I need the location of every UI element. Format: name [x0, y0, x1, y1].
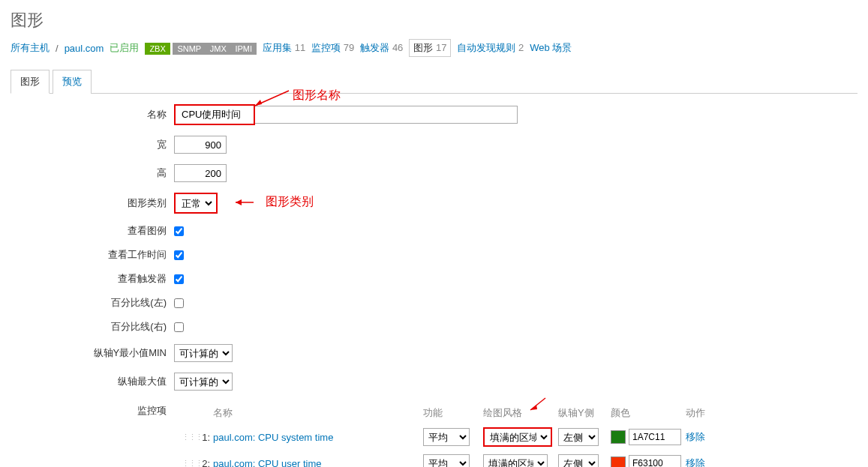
side-select[interactable]: 左侧: [558, 428, 599, 446]
annotation-name: 图形名称: [293, 88, 341, 103]
ymax-select[interactable]: 可计算的: [174, 373, 233, 391]
color-input[interactable]: [629, 429, 681, 445]
worktime-checkbox[interactable]: [174, 250, 184, 260]
width-input[interactable]: [174, 136, 227, 154]
ymin-label: 纵轴Y最小值MIN: [11, 346, 174, 360]
item-name-link[interactable]: paul.com: CPU user time: [213, 458, 322, 468]
style-select[interactable]: 填满的区域: [483, 454, 548, 467]
style-select[interactable]: 填满的区域: [485, 430, 550, 445]
tab-graph[interactable]: 图形: [11, 70, 50, 94]
width-label: 宽: [11, 138, 174, 151]
name-input-ext[interactable]: [255, 106, 518, 124]
col-name: 名称: [213, 406, 423, 420]
tab-preview[interactable]: 预览: [53, 70, 92, 94]
nav-discovery[interactable]: 自动发现规则: [457, 42, 515, 53]
height-input[interactable]: [174, 164, 227, 182]
badge-snmp: SNMP: [173, 43, 206, 55]
drag-handle-icon[interactable]: ⋮⋮⋮: [182, 433, 198, 442]
arrow-icon: [251, 89, 293, 110]
badge-ipmi: IPMI: [230, 43, 257, 55]
nav-graphs-current: 图形 17: [409, 39, 451, 57]
annotation-type: 图形类别: [266, 194, 314, 210]
pl-right-checkbox[interactable]: [174, 322, 184, 332]
bc-all-hosts[interactable]: 所有主机: [11, 41, 50, 55]
nav-discovery-count: 2: [518, 42, 524, 53]
drag-handle-icon[interactable]: ⋮⋮⋮: [182, 459, 198, 468]
table-row: ⋮⋮⋮ 2: paul.com: CPU user time 平均 填满的区域 …: [182, 451, 722, 467]
func-select[interactable]: 平均: [423, 454, 470, 467]
bc-enabled: 已启用: [110, 41, 139, 55]
type-label: 图形类别: [11, 196, 174, 210]
svg-marker-3: [236, 199, 242, 205]
pl-left-label: 百分比线(左): [11, 296, 174, 310]
color-input[interactable]: [629, 455, 681, 467]
worktime-label: 查看工作时间: [11, 248, 174, 262]
func-select[interactable]: 平均: [423, 428, 470, 446]
triggers-checkbox[interactable]: [174, 274, 184, 284]
nav-items[interactable]: 监控项: [311, 42, 341, 53]
pl-right-label: 百分比线(右): [11, 320, 174, 334]
height-label: 高: [11, 166, 174, 180]
items-label: 监控项: [11, 401, 174, 418]
name-input[interactable]: [177, 107, 252, 122]
nav-triggers[interactable]: 触发器: [360, 42, 389, 53]
color-swatch[interactable]: [611, 430, 626, 444]
nav-items-count: 79: [344, 42, 354, 53]
svg-marker-1: [255, 100, 262, 106]
badge-jmx: JMX: [206, 43, 231, 55]
arrow-icon: [527, 397, 549, 415]
nav-web[interactable]: Web 场景: [530, 41, 572, 55]
item-name-link[interactable]: paul.com: CPU system time: [213, 432, 333, 443]
bc-sep: /: [56, 43, 59, 54]
remove-link[interactable]: 移除: [686, 457, 705, 467]
arrow-icon: [233, 196, 255, 209]
table-row: ⋮⋮⋮ 1: paul.com: CPU system time 平均 填满的区…: [182, 424, 722, 451]
ymin-select[interactable]: 可计算的: [174, 344, 233, 362]
col-action: 动作: [686, 406, 716, 420]
tabs: 图形 预览: [11, 69, 857, 94]
nav-apps[interactable]: 应用集: [263, 42, 292, 53]
badge-zbx: ZBX: [145, 43, 170, 55]
legend-checkbox[interactable]: [174, 226, 184, 236]
row-num: 1:: [198, 432, 213, 443]
remove-link[interactable]: 移除: [686, 431, 705, 442]
pl-left-checkbox[interactable]: [174, 298, 184, 308]
col-func: 功能: [423, 406, 483, 420]
name-label: 名称: [11, 108, 174, 121]
row-num: 2:: [198, 458, 213, 468]
breadcrumb: 所有主机 / paul.com 已启用 ZBX SNMP JMX IPMI 应用…: [0, 39, 868, 64]
page-title: 图形: [0, 0, 868, 39]
side-select[interactable]: 左侧: [558, 454, 599, 467]
col-side: 纵轴Y侧: [558, 406, 611, 420]
triggers-label: 查看触发器: [11, 272, 174, 286]
color-swatch[interactable]: [611, 457, 626, 467]
ymax-label: 纵轴最大值: [11, 375, 174, 388]
nav-triggers-count: 46: [392, 42, 403, 53]
type-select[interactable]: 正常: [177, 196, 215, 211]
bc-host[interactable]: paul.com: [65, 43, 104, 54]
col-color: 颜色: [611, 406, 686, 420]
svg-marker-5: [530, 405, 537, 410]
nav-apps-count: 11: [295, 42, 305, 53]
legend-label: 查看图例: [11, 224, 174, 238]
